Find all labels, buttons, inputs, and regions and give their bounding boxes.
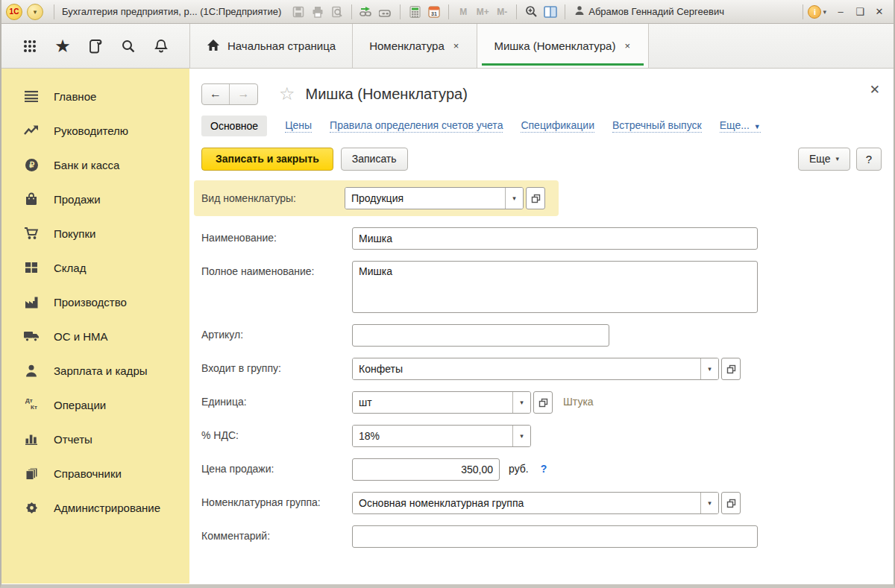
- sidebar-item-proizvodstvo[interactable]: Производство: [1, 285, 189, 319]
- close-button[interactable]: ✕: [870, 4, 889, 20]
- info-icon[interactable]: i: [808, 5, 821, 19]
- calendar-day: 31: [431, 10, 437, 16]
- sidebar-item-administrirovanie[interactable]: Администрирование: [1, 490, 189, 525]
- open-icon[interactable]: [533, 391, 553, 414]
- minimize-button[interactable]: –: [831, 4, 850, 20]
- memory-add-button[interactable]: M+: [473, 7, 492, 17]
- gear-icon: [22, 500, 40, 515]
- command-bar: Записать и закрыть Записать Еще▾ ?: [201, 147, 882, 171]
- nav-link-ceny[interactable]: Цены: [285, 119, 312, 133]
- get-link-icon[interactable]: [357, 4, 375, 20]
- article-input[interactable]: [352, 324, 609, 347]
- forward-button[interactable]: →: [230, 84, 257, 104]
- save-icon[interactable]: [289, 4, 307, 20]
- chevron-down-icon[interactable]: ▾: [823, 8, 826, 16]
- apps-grid-icon[interactable]: [19, 34, 41, 59]
- open-icon[interactable]: [721, 492, 741, 514]
- nav-link-osnovnoe[interactable]: Основное: [201, 116, 267, 136]
- price-input[interactable]: [352, 458, 500, 481]
- sidebar-item-prodazhi[interactable]: Продажи: [1, 182, 189, 216]
- unit-input[interactable]: [353, 392, 512, 413]
- main-menu-button[interactable]: ▾: [27, 4, 43, 20]
- price-help-link[interactable]: ?: [541, 458, 547, 475]
- memory-recall-button[interactable]: M: [453, 7, 473, 17]
- go-link-icon[interactable]: [377, 4, 395, 20]
- sidebar-item-zarplata-kadry[interactable]: Зарплата и кадры: [1, 353, 189, 388]
- sidebar-item-pokupki[interactable]: Покупки: [1, 216, 189, 250]
- notifications-bell-icon[interactable]: [150, 34, 172, 59]
- sidebar-item-otchety[interactable]: Отчеты: [1, 422, 189, 456]
- more-button[interactable]: Еще▾: [798, 148, 850, 171]
- sidebar-item-label: Банк и касса: [54, 159, 119, 171]
- maximize-button[interactable]: ❑: [850, 4, 870, 20]
- nav-link-vstrechnyj[interactable]: Встречный выпуск: [612, 119, 702, 133]
- sidebar-item-label: Администрирование: [54, 502, 160, 514]
- chevron-down-icon[interactable]: ▾: [512, 426, 530, 446]
- app-window: 1С ▾ Бухгалтерия предприятия, р... (1С:П…: [0, 0, 895, 588]
- svg-text:₽: ₽: [29, 160, 34, 169]
- memory-subtract-button[interactable]: M-: [492, 7, 512, 17]
- sidebar-item-label: Операции: [54, 399, 106, 411]
- menu-lines-icon: [22, 89, 40, 104]
- open-icon[interactable]: [721, 358, 741, 380]
- open-icon[interactable]: [526, 187, 545, 209]
- history-icon[interactable]: [84, 34, 107, 59]
- tab-nomenclature[interactable]: Номенклатура ×: [352, 24, 477, 68]
- save-button[interactable]: Записать: [341, 148, 408, 171]
- calculator-icon[interactable]: [406, 4, 424, 20]
- full-name-textarea[interactable]: Мишка: [352, 261, 758, 313]
- chevron-down-icon[interactable]: ▾: [700, 358, 718, 379]
- zoom-icon[interactable]: [522, 4, 540, 20]
- sidebar-item-bank-kassa[interactable]: ₽ Банк и касса: [1, 148, 189, 182]
- nav-link-more[interactable]: Еще...▼: [720, 119, 761, 133]
- calendar-icon[interactable]: 31: [425, 4, 443, 20]
- tab-home[interactable]: Начальная страница: [189, 24, 352, 68]
- tab-close-icon[interactable]: ×: [452, 39, 461, 53]
- sidebar-item-spravochniki[interactable]: Справочники: [1, 456, 189, 490]
- sidebar-item-sklad[interactable]: Склад: [1, 250, 189, 285]
- field-label: % НДС:: [201, 425, 352, 441]
- bar-chart-icon: [22, 431, 40, 446]
- save-and-close-button[interactable]: Записать и закрыть: [201, 148, 333, 171]
- section-sidebar: Главное Руководителю ₽ Банк и касса Прод…: [1, 69, 189, 584]
- currency-label: руб.: [509, 458, 529, 475]
- trend-icon: [22, 123, 40, 138]
- search-icon[interactable]: [117, 34, 139, 59]
- favorite-star-icon[interactable]: ☆: [279, 83, 295, 104]
- form-area: ✕ ← → ☆ Мишка (Номенклатура) Основное Це…: [189, 69, 894, 584]
- nav-link-specifikacii[interactable]: Спецификации: [521, 119, 594, 133]
- chevron-down-icon[interactable]: ▾: [512, 392, 530, 413]
- name-input[interactable]: [352, 227, 758, 250]
- sidebar-item-label: Отчеты: [54, 433, 92, 446]
- chevron-down-icon: ▾: [835, 155, 839, 162]
- favorites-star-icon[interactable]: ★: [51, 34, 74, 59]
- tab-mishka[interactable]: Мишка (Номенклатура) ×: [477, 24, 649, 68]
- divider: [351, 4, 352, 19]
- sidebar-item-label: Главное: [54, 90, 96, 103]
- kind-input[interactable]: [345, 188, 505, 209]
- chevron-down-icon[interactable]: ▾: [700, 493, 718, 513]
- nom-group-input[interactable]: [353, 493, 700, 513]
- chevron-down-icon: ▼: [754, 123, 761, 130]
- sidebar-item-glavnoe[interactable]: Главное: [1, 79, 189, 113]
- nav-link-pravila[interactable]: Правила определения счетов учета: [330, 119, 503, 133]
- print-preview-icon[interactable]: [328, 4, 346, 20]
- chevron-down-icon[interactable]: ▾: [505, 188, 523, 209]
- sidebar-item-rukovoditelyu[interactable]: Руководителю: [1, 113, 189, 148]
- sidebar-item-os-nma[interactable]: ОС и НМА: [1, 319, 189, 353]
- group-input[interactable]: [353, 358, 700, 379]
- sidebar-item-label: Склад: [54, 262, 86, 274]
- back-button[interactable]: ←: [202, 84, 230, 104]
- sidebar-item-label: Продажи: [54, 193, 101, 206]
- comment-input[interactable]: [352, 525, 758, 548]
- field-kind: Вид номенклатуры: ▾: [194, 180, 559, 216]
- sidebar-item-operacii[interactable]: ДтКт Операции: [1, 388, 189, 422]
- form-close-icon[interactable]: ✕: [870, 83, 880, 96]
- tab-close-icon[interactable]: ×: [623, 39, 632, 53]
- current-user[interactable]: Абрамов Геннадий Сергеевич: [574, 5, 724, 18]
- vat-input[interactable]: [353, 426, 512, 446]
- field-price: Цена продажи: руб. ?: [201, 458, 882, 481]
- print-icon[interactable]: [309, 4, 327, 20]
- split-window-icon[interactable]: [541, 4, 559, 20]
- help-button[interactable]: ?: [856, 148, 882, 171]
